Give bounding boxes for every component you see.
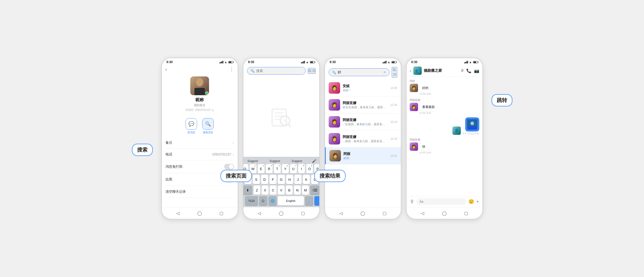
phone-icon[interactable]: 📞 bbox=[466, 68, 471, 73]
nav-home-3[interactable]: ◯ bbox=[359, 209, 366, 217]
key-y[interactable]: Y6 bbox=[282, 164, 289, 173]
time-4: 9:30 bbox=[411, 60, 418, 64]
svg-rect-11 bbox=[468, 127, 476, 130]
result-item-1[interactable]: 👩 安妮 你好！ 13:30 bbox=[325, 80, 401, 97]
key-a[interactable]: A bbox=[244, 175, 252, 184]
nav-home-2[interactable]: ◯ bbox=[278, 209, 285, 217]
nav-recents-2[interactable]: ▢ bbox=[299, 209, 307, 217]
key-r[interactable]: R4 bbox=[266, 164, 273, 173]
svg-rect-1 bbox=[194, 88, 205, 95]
emoji-icon[interactable]: 🙂 bbox=[468, 199, 474, 204]
key-c[interactable]: C bbox=[270, 185, 277, 195]
key-backspace[interactable]: ⌫ bbox=[310, 185, 320, 195]
chat-input[interactable] bbox=[416, 198, 466, 205]
bottom-nav-1: ◁ ◯ ▢ bbox=[162, 207, 238, 219]
key-d[interactable]: D bbox=[261, 175, 268, 184]
dnd-toggle[interactable] bbox=[224, 164, 234, 170]
nav-home-1[interactable]: ◯ bbox=[196, 209, 203, 217]
msg-bubble-1: 好的 bbox=[420, 84, 431, 92]
key-g[interactable]: G bbox=[278, 175, 285, 184]
menu-phone[interactable]: 电话 15910701157 › bbox=[165, 149, 234, 160]
suggest-2[interactable]: Suggest bbox=[268, 159, 281, 163]
msg-group-2: 阿丽亚娜 👩 看看腹肌 11-03, 8:41 bbox=[410, 98, 479, 114]
cancel-button-3[interactable]: 取消 bbox=[392, 67, 397, 77]
key-space[interactable]: English bbox=[278, 196, 304, 206]
annotation-search: 搜索 bbox=[132, 144, 153, 156]
hashtag-icon[interactable]: # bbox=[461, 68, 464, 73]
key-s[interactable]: S bbox=[253, 175, 260, 184]
key-n[interactable]: N bbox=[294, 185, 301, 195]
search-input-container[interactable]: 🔍 bbox=[247, 67, 306, 75]
key-e[interactable]: E3 bbox=[258, 164, 265, 173]
key-period[interactable]: . bbox=[305, 196, 313, 206]
key-x[interactable]: X bbox=[262, 185, 268, 195]
nav-recents-3[interactable]: ▢ bbox=[381, 209, 388, 217]
block-toggle[interactable] bbox=[224, 177, 234, 182]
clear-search-icon[interactable]: ✕ bbox=[383, 70, 386, 74]
result-item-4[interactable]: 👩 阿丽亚娜 ...南国，春来发几枝，愿君多采摄，此物最好思... 12-14 bbox=[325, 130, 401, 147]
key-w[interactable]: W2 bbox=[250, 164, 256, 173]
send-message-button[interactable]: 💬 发消息 bbox=[186, 118, 197, 134]
search-input-container-3[interactable]: 🔍 ✕ bbox=[329, 68, 390, 76]
key-m[interactable]: M bbox=[302, 185, 309, 195]
battery-icon bbox=[228, 61, 233, 63]
result-item-5[interactable]: 👩 阿丽 好的。 12-01 bbox=[325, 147, 401, 164]
key-u[interactable]: U7 bbox=[290, 164, 297, 173]
video-icon[interactable]: 📷 bbox=[474, 68, 479, 73]
nav-back-3[interactable]: ◁ bbox=[337, 209, 345, 217]
nav-back-1[interactable]: ◁ bbox=[174, 209, 181, 217]
bottom-nav-2: ◁ ◯ ▢ bbox=[243, 207, 319, 219]
key-v[interactable]: V bbox=[278, 185, 285, 195]
voice-icon[interactable]: 🎙 bbox=[410, 199, 414, 204]
key-q[interactable]: Q bbox=[243, 164, 248, 173]
key-z[interactable]: Z bbox=[254, 185, 260, 195]
nav-recents-1[interactable]: ▢ bbox=[218, 209, 225, 217]
menu-notes[interactable]: 备注 › bbox=[165, 137, 234, 149]
key-123[interactable]: ?123 bbox=[245, 196, 258, 206]
back-button-1[interactable]: ‹ bbox=[165, 67, 167, 72]
menu-block[interactable]: 拉黑 bbox=[165, 173, 234, 186]
suggest-1[interactable]: Suggest bbox=[246, 159, 260, 163]
menu-dnd[interactable]: 消息免打扰 bbox=[165, 160, 234, 173]
key-o[interactable]: O9 bbox=[306, 164, 313, 173]
nav-back-2[interactable]: ◁ bbox=[256, 209, 263, 217]
search-input-3[interactable] bbox=[338, 70, 382, 74]
result-info-5: 阿丽 好的。 bbox=[344, 152, 388, 160]
nav-recents-4[interactable]: ▢ bbox=[463, 209, 470, 217]
suggest-3[interactable]: Suggest bbox=[290, 159, 304, 163]
key-send[interactable]: → bbox=[314, 196, 320, 206]
key-f[interactable]: F bbox=[269, 175, 277, 184]
result-info-1: 安妮 你好！ bbox=[343, 84, 388, 92]
nav-back-4[interactable]: ◁ bbox=[419, 209, 426, 217]
result-item-3[interactable]: 👩 阿丽亚娜 ...生南国，春来好几枝，愿君多采摘，此物最相... 12-14 bbox=[325, 113, 401, 130]
search-message-button[interactable]: 🔍 搜索消息 bbox=[202, 118, 214, 134]
result-avatar-2: 👩 bbox=[329, 99, 340, 111]
cancel-button-2[interactable]: 取消 bbox=[308, 68, 316, 74]
menu-clear[interactable]: 清空聊天记录 bbox=[165, 186, 234, 198]
key-t[interactable]: T5 bbox=[274, 164, 281, 173]
online-indicator bbox=[205, 92, 208, 95]
annotation-jump: 跳转 bbox=[492, 94, 512, 106]
signal-icon-3 bbox=[383, 61, 387, 63]
key-l[interactable]: L bbox=[311, 175, 318, 184]
search-input[interactable] bbox=[256, 69, 302, 73]
uid-copy-icon[interactable]: ⊡ bbox=[212, 109, 214, 112]
key-globe[interactable]: 🌐 bbox=[268, 196, 277, 206]
more-button-1[interactable]: ⋮ bbox=[229, 67, 234, 72]
plus-icon[interactable]: + bbox=[476, 199, 479, 205]
nav-home-4[interactable]: ◯ bbox=[441, 209, 448, 217]
msg-row-4: 👩 快 bbox=[410, 142, 479, 151]
result-item-2[interactable]: 👩 阿丽亚娜 好豆生南国，春来发几枝，愿君多采撷，此物... 12-14 bbox=[325, 97, 401, 113]
key-i[interactable]: I8 bbox=[298, 164, 305, 173]
key-p[interactable]: P0 bbox=[314, 164, 320, 173]
key-h[interactable]: H bbox=[286, 175, 293, 184]
mic-icon[interactable]: 🎤 bbox=[312, 159, 316, 163]
key-shift[interactable]: ⬆ bbox=[243, 185, 252, 195]
empty-icon bbox=[269, 105, 293, 129]
key-b[interactable]: B bbox=[286, 185, 293, 195]
back-button-4[interactable]: ‹ bbox=[410, 68, 411, 74]
key-j[interactable]: J bbox=[295, 175, 302, 184]
key-k[interactable]: K bbox=[303, 175, 310, 184]
key-emoji[interactable]: ☺ bbox=[259, 196, 267, 206]
status-bar-1: 9:30 ▲ bbox=[162, 58, 238, 65]
